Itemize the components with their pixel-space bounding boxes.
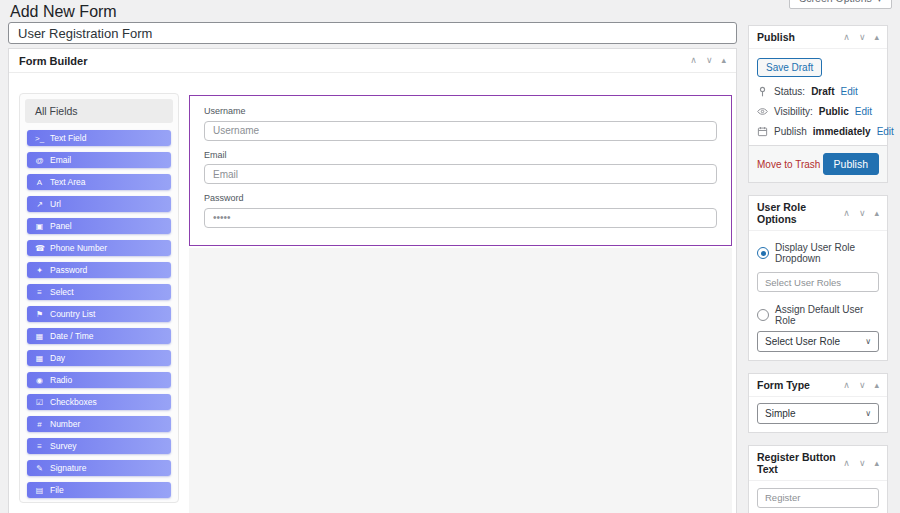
edit-schedule-link[interactable]: Edit: [877, 126, 894, 137]
move-up-icon[interactable]: ∧: [843, 459, 850, 468]
field-type-label: Radio: [50, 375, 72, 385]
field-type-button[interactable]: ✦Password: [27, 262, 171, 278]
eye-icon: [757, 106, 768, 117]
visibility-label: Visibility:: [774, 106, 813, 117]
preview-field-input[interactable]: [204, 208, 717, 228]
field-type-label: File: [50, 485, 64, 495]
field-type-label: Signature: [50, 463, 86, 473]
move-down-icon[interactable]: ∨: [859, 209, 866, 218]
move-down-icon[interactable]: ∨: [859, 33, 866, 42]
field-type-button[interactable]: >_Text Field: [27, 130, 171, 146]
move-down-icon[interactable]: ∨: [859, 381, 866, 390]
calendar-icon: ▦: [35, 332, 44, 341]
move-to-trash-link[interactable]: Move to Trash: [757, 159, 820, 170]
toggle-panel-icon[interactable]: ▴: [874, 209, 879, 218]
field-type-button[interactable]: ≡Survey: [27, 438, 171, 454]
chevron-down-icon: ▾: [877, 0, 882, 4]
flag-icon: ⚑: [35, 310, 44, 319]
field-type-label: Text Area: [50, 177, 85, 187]
field-type-button[interactable]: ☑Checkboxes: [27, 394, 171, 410]
register-button-text-input[interactable]: [757, 488, 879, 508]
field-type-label: Country List: [50, 309, 95, 319]
radio-unselected-icon[interactable]: [757, 309, 769, 321]
field-type-label: Email: [50, 155, 71, 165]
radio-icon: ◉: [35, 376, 44, 385]
user-role-options-header[interactable]: User Role Options ∧ ∨ ▴: [749, 196, 887, 231]
move-down-icon[interactable]: ∨: [706, 56, 713, 65]
preview-field-label: Username: [204, 106, 717, 116]
publish-header[interactable]: Publish ∧ ∨ ▴: [749, 26, 887, 49]
publish-metabox: Publish ∧ ∨ ▴ Save Draft Status: Draft E…: [748, 25, 888, 183]
metabox-controls: ∧ ∨ ▴: [843, 209, 879, 218]
form-builder-panel: Form Builder ∧ ∨ ▴ All Fields >_Text Fie…: [8, 48, 737, 513]
field-type-button[interactable]: ✎Signature: [27, 460, 171, 476]
field-type-button[interactable]: ⚑Country List: [27, 306, 171, 322]
select-user-roles-input[interactable]: [757, 272, 879, 292]
publish-button[interactable]: Publish: [823, 153, 879, 175]
edit-visibility-link[interactable]: Edit: [855, 106, 872, 117]
field-type-label: Phone Number: [50, 243, 107, 253]
publish-footer: Move to Trash Publish: [749, 145, 887, 182]
status-value: Draft: [811, 86, 834, 97]
field-type-button[interactable]: ☎Phone Number: [27, 240, 171, 256]
move-up-icon[interactable]: ∧: [843, 209, 850, 218]
form-type-header[interactable]: Form Type ∧ ∨ ▴: [749, 374, 887, 397]
preview-field-label: Email: [204, 150, 717, 160]
field-type-label: Survey: [50, 441, 76, 451]
move-up-icon[interactable]: ∧: [843, 381, 850, 390]
edit-status-link[interactable]: Edit: [840, 86, 857, 97]
visibility-value: Public: [819, 106, 849, 117]
display-role-dropdown-label: Display User Role Dropdown: [775, 242, 879, 264]
field-type-button[interactable]: #Number: [27, 416, 171, 432]
toggle-panel-icon[interactable]: ▴: [874, 381, 879, 390]
toggle-panel-icon[interactable]: ▴: [874, 459, 879, 468]
preview-field[interactable]: Password: [204, 193, 717, 237]
preview-field[interactable]: Username: [204, 106, 717, 150]
default-role-select[interactable]: Select User Role ∨: [757, 331, 879, 352]
survey-icon: ≡: [35, 442, 44, 451]
move-down-icon[interactable]: ∨: [859, 459, 866, 468]
display-role-dropdown-option[interactable]: Display User Role Dropdown: [757, 242, 879, 264]
form-preview-dropzone[interactable]: UsernameEmailPassword: [189, 95, 732, 246]
metabox-controls: ∧ ∨ ▴: [690, 56, 726, 65]
publish-title: Publish: [757, 31, 795, 43]
move-up-icon[interactable]: ∧: [843, 33, 850, 42]
save-draft-button[interactable]: Save Draft: [757, 58, 822, 77]
field-type-list: >_Text Field@EmailAText Area↗Url▣Panel☎P…: [20, 130, 178, 498]
preview-field-input[interactable]: [204, 121, 717, 141]
move-up-icon[interactable]: ∧: [690, 56, 697, 65]
field-type-label: Date / Time: [50, 331, 93, 341]
radio-selected-icon[interactable]: [757, 247, 769, 259]
field-type-label: Day: [50, 353, 65, 363]
form-type-select[interactable]: Simple ∨: [757, 403, 879, 424]
screen-options-button[interactable]: Screen Options ▾: [789, 0, 892, 9]
register-button-text-header[interactable]: Register Button Text ∧ ∨ ▴: [749, 446, 887, 481]
field-type-button[interactable]: @Email: [27, 152, 171, 168]
toggle-panel-icon[interactable]: ▴: [721, 56, 726, 65]
form-builder-header[interactable]: Form Builder ∧ ∨ ▴: [9, 49, 736, 73]
form-title-input[interactable]: [8, 22, 737, 44]
field-type-label: Panel: [50, 221, 72, 231]
field-type-button[interactable]: ▣Panel: [27, 218, 171, 234]
assign-default-role-option[interactable]: Assign Default User Role: [757, 304, 879, 326]
toggle-panel-icon[interactable]: ▴: [874, 33, 879, 42]
field-type-button[interactable]: ▤File: [27, 482, 171, 498]
field-type-button[interactable]: ↗Url: [27, 196, 171, 212]
form-preview-canvas[interactable]: [189, 248, 732, 513]
preview-field-input[interactable]: [204, 164, 717, 184]
field-type-button[interactable]: ≡Select: [27, 284, 171, 300]
publish-time-value: immediately: [813, 126, 871, 137]
status-row: Status: Draft Edit: [757, 86, 879, 97]
register-button-text-metabox: Register Button Text ∧ ∨ ▴: [748, 445, 888, 513]
field-type-button[interactable]: AText Area: [27, 174, 171, 190]
checkbox-icon: ☑: [35, 398, 44, 407]
chevron-down-icon: ∨: [865, 409, 871, 418]
field-type-label: Select: [50, 287, 74, 297]
key-icon: ✦: [35, 266, 44, 275]
metabox-controls: ∧ ∨ ▴: [843, 33, 879, 42]
field-type-button[interactable]: ◉Radio: [27, 372, 171, 388]
preview-field[interactable]: Email: [204, 150, 717, 194]
field-type-button[interactable]: ▦Date / Time: [27, 328, 171, 344]
select-icon: ≡: [35, 288, 44, 297]
field-type-button[interactable]: ▦Day: [27, 350, 171, 366]
